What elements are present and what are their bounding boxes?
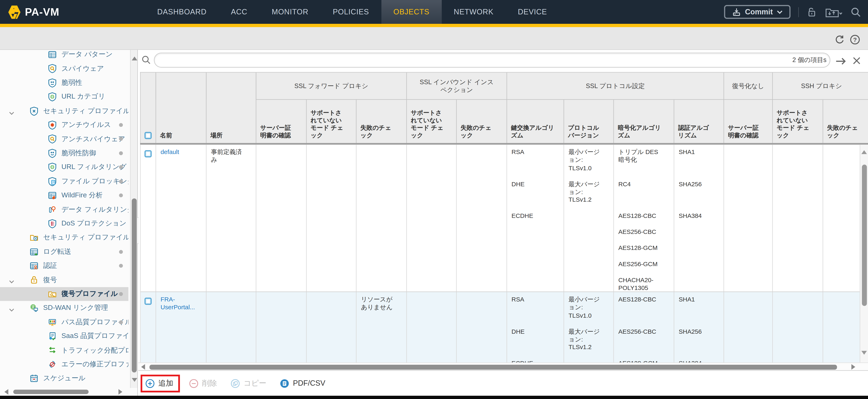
cell-in_fail bbox=[457, 292, 507, 363]
scrollbar-thumb[interactable] bbox=[132, 198, 136, 372]
sidebar-item-data-pattern[interactable]: データ パターン bbox=[0, 50, 128, 62]
column-header-ssh_mode[interactable]: サポートさ れていない モード チェ ック bbox=[773, 100, 823, 144]
log-forwarding-icon bbox=[29, 247, 39, 256]
scrollbar-thumb[interactable] bbox=[150, 365, 837, 370]
scrollbar-thumb[interactable] bbox=[862, 165, 867, 306]
cell-ssh_mode bbox=[773, 292, 823, 363]
sidebar-item-authentication[interactable]: 認証 bbox=[0, 259, 128, 273]
column-header-fp_fail[interactable]: 失敗のチェ ック bbox=[356, 100, 407, 144]
commit-button[interactable]: Commit bbox=[724, 5, 791, 19]
select-all-checkbox[interactable] bbox=[145, 132, 152, 139]
sidebar-item-traffic-distribution[interactable]: トラフィック分配プロ bbox=[0, 343, 128, 358]
sidebar-item-security-profile[interactable]: セキュリティ プロファイル bbox=[0, 104, 128, 118]
sidebar-item-vulnerability[interactable]: 脆弱性 bbox=[0, 76, 128, 90]
pdfcsv-button[interactable]: PDF/CSV bbox=[280, 378, 325, 388]
sidebar-item-log-forwarding[interactable]: ログ転送 bbox=[0, 245, 128, 259]
filter-input[interactable] bbox=[154, 53, 830, 67]
column-header-ssh_fail[interactable]: 失敗のチェ ック bbox=[823, 100, 868, 144]
cell-proto: 最小バージ ョン: TLSv1.0 最大バージ ョン: TLSv1.2 bbox=[564, 145, 614, 291]
error-correction-icon bbox=[48, 360, 57, 369]
sidebar-item-decryption-profile[interactable]: 復号プロファイル bbox=[0, 287, 128, 301]
sidebar-vertical-scrollbar[interactable] bbox=[130, 50, 137, 388]
apply-filter-arrow-icon[interactable] bbox=[835, 56, 848, 68]
search-icon bbox=[141, 55, 151, 67]
scrollbar-thumb[interactable] bbox=[13, 390, 89, 394]
row-checkbox[interactable] bbox=[145, 297, 152, 305]
column-header-proto[interactable]: プロトコル バージョン bbox=[564, 100, 614, 144]
column-header-loc[interactable]: 場所 bbox=[207, 73, 256, 144]
cell-nd_cert bbox=[724, 292, 773, 363]
column-header-name[interactable]: 名前 bbox=[156, 73, 207, 144]
config-audit-icon[interactable] bbox=[825, 6, 842, 18]
sidebar-item-dos-protection[interactable]: DoS プロテクション bbox=[0, 217, 128, 231]
table-row: FRA- UserPortal...リソースが ありませんRSA DHE ECD… bbox=[141, 292, 868, 363]
sidebar-item-sdwan[interactable]: SD-WAN リンク管理 bbox=[0, 301, 128, 315]
sidebar-item-antispyware[interactable]: アンチスパイウェア bbox=[0, 132, 128, 146]
sidebar-item-data-filtering[interactable]: データ フィルタリング bbox=[0, 202, 128, 217]
scroll-left-arrow[interactable] bbox=[4, 389, 8, 395]
tab-objects[interactable]: OBJECTS bbox=[381, 0, 442, 24]
sidebar-item-security-profile-group[interactable]: セキュリティ プロファイル bbox=[0, 231, 128, 245]
column-header-cb[interactable] bbox=[141, 73, 156, 144]
sidebar-item-label: ログ転送 bbox=[43, 247, 71, 256]
chevron-down-icon[interactable] bbox=[9, 278, 14, 286]
sidebar-item-path-quality[interactable]: パス品質プロファイル bbox=[0, 315, 128, 330]
scroll-down-arrow[interactable] bbox=[862, 351, 867, 354]
antispyware-icon bbox=[48, 134, 57, 144]
sidebar-item-label: セキュリティ プロファイル bbox=[43, 106, 129, 116]
tab-policies[interactable]: POLICIES bbox=[320, 0, 381, 24]
add-button[interactable]: 追加 bbox=[141, 374, 180, 392]
sidebar-item-error-correction[interactable]: エラーの修正プロファ bbox=[0, 357, 128, 371]
sidebar-item-saas-quality[interactable]: SaaS 品質プロファイル bbox=[0, 329, 128, 343]
wildfire-icon bbox=[48, 191, 57, 200]
chevron-down-icon[interactable] bbox=[9, 306, 14, 314]
scroll-up-arrow[interactable] bbox=[862, 150, 867, 154]
scroll-up-arrow[interactable] bbox=[132, 56, 137, 60]
sidebar-item-url-filtering[interactable]: URL フィルタリング bbox=[0, 161, 128, 175]
chevron-down-icon[interactable] bbox=[9, 109, 14, 117]
column-header-nd_cert[interactable]: サーバー証 明書の確認 bbox=[724, 100, 773, 144]
search-icon[interactable] bbox=[850, 6, 862, 18]
profile-name-link[interactable]: FRA- UserPortal... bbox=[161, 296, 195, 311]
sidebar-item-vuln-protection[interactable]: 脆弱性防御 bbox=[0, 146, 128, 161]
cell-auth: SHA1 SHA256 SHA384 bbox=[674, 292, 724, 363]
tab-device[interactable]: DEVICE bbox=[505, 0, 559, 24]
scroll-left-arrow[interactable] bbox=[141, 364, 145, 370]
column-header-auth[interactable]: 認証アルゴ リズム bbox=[674, 100, 724, 144]
sidebar-item-label: ファイル ブロッキング bbox=[62, 177, 129, 186]
tab-dashboard[interactable]: DASHBOARD bbox=[145, 0, 219, 24]
sidebar-item-label: スパイウェア bbox=[62, 64, 104, 74]
delete-icon bbox=[189, 378, 199, 388]
tab-monitor[interactable]: MONITOR bbox=[259, 0, 320, 24]
sdwan-icon bbox=[29, 303, 39, 313]
column-header-fp_cert[interactable]: サーバー証 明書の確認 bbox=[256, 100, 307, 144]
scroll-down-arrow[interactable] bbox=[132, 378, 137, 382]
tab-acc[interactable]: ACC bbox=[219, 0, 259, 24]
refresh-icon[interactable] bbox=[834, 34, 845, 45]
sidebar-item-wildfire[interactable]: WildFire 分析 bbox=[0, 189, 128, 203]
lock-open-icon[interactable] bbox=[806, 6, 817, 18]
sidebar-item-decryption[interactable]: 復号 bbox=[0, 273, 128, 287]
table-vertical-scrollbar[interactable] bbox=[860, 145, 868, 363]
table-horizontal-scrollbar[interactable] bbox=[138, 363, 868, 370]
help-icon[interactable]: ? bbox=[850, 34, 860, 45]
row-checkbox[interactable] bbox=[145, 150, 152, 157]
profile-name-link[interactable]: default bbox=[161, 148, 179, 155]
column-header-fp_mode[interactable]: サポートさ れていない モード チェ ック bbox=[307, 100, 356, 144]
sidebar-horizontal-scrollbar[interactable] bbox=[0, 388, 138, 396]
column-header-keyx[interactable]: 鍵交換アルゴリ ズム bbox=[507, 100, 564, 144]
scroll-right-arrow[interactable] bbox=[851, 364, 855, 370]
topbar-right-tools: Commit bbox=[724, 0, 862, 24]
sidebar-item-file-blocking[interactable]: ファイル ブロッキング bbox=[0, 174, 128, 189]
tab-network[interactable]: NETWORK bbox=[442, 0, 506, 24]
clear-filter-icon[interactable] bbox=[852, 56, 861, 67]
column-header-in_fail[interactable]: 失敗のチェ ック bbox=[457, 100, 507, 144]
sidebar-item-schedule[interactable]: スケジュール bbox=[0, 371, 128, 386]
sidebar-item-url-category[interactable]: URL カテゴリ bbox=[0, 90, 128, 104]
column-header-enc[interactable]: 暗号化アルゴリ ズム bbox=[614, 100, 674, 144]
sidebar-item-antivirus[interactable]: アンチウイルス bbox=[0, 118, 128, 132]
column-header-in_mode[interactable]: サポートさ れていない モード チェ ック bbox=[407, 100, 457, 144]
group-header: SSL フォワード プロキシ bbox=[256, 73, 407, 100]
scroll-right-arrow[interactable] bbox=[119, 389, 122, 395]
sidebar-item-spyware[interactable]: スパイウェア bbox=[0, 62, 128, 76]
